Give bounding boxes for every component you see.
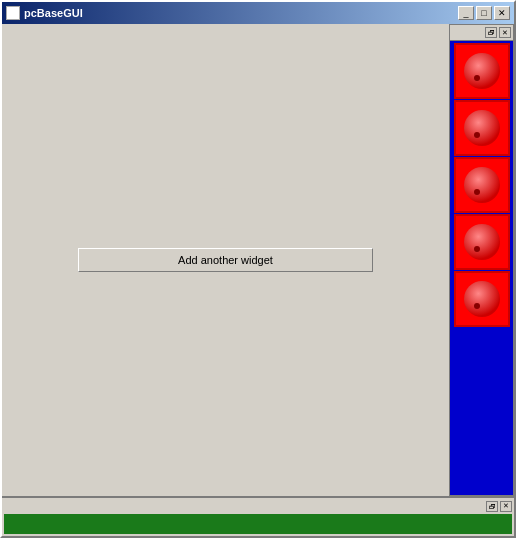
bottom-close-icon: ✕ [503,502,509,510]
widget-circle-2 [464,110,500,146]
minimize-button[interactable]: _ [458,6,474,20]
bottom-restore-button[interactable]: 🗗 [486,501,498,512]
app-icon [6,6,20,20]
widget-container [450,41,513,495]
bottom-close-button[interactable]: ✕ [500,501,512,512]
right-panel: 🗗 ✕ [449,24,514,496]
green-status-bar [4,514,512,534]
widget-circle-4 [464,224,500,260]
bottom-bar: 🗗 ✕ [2,496,514,536]
inner-close-icon: ✕ [502,29,508,37]
list-item[interactable] [454,157,510,213]
inner-close-button[interactable]: ✕ [499,27,511,38]
add-widget-button[interactable]: Add another widget [78,248,373,272]
widget-circle-1 [464,53,500,89]
bottom-restore-icon: 🗗 [489,503,496,510]
title-bar-left: pcBaseGUI [6,6,83,20]
inner-panel-titlebar: 🗗 ✕ [450,25,513,41]
inner-restore-button[interactable]: 🗗 [485,27,497,38]
bottom-bar-titlebar: 🗗 ✕ [2,498,514,514]
inner-restore-icon: 🗗 [488,29,495,36]
maximize-button[interactable]: □ [476,6,492,20]
widget-circle-3 [464,167,500,203]
title-buttons: _ □ ✕ [458,6,510,20]
list-item[interactable] [454,100,510,156]
window-title: pcBaseGUI [24,7,83,19]
left-panel: Add another widget [2,24,449,496]
close-button[interactable]: ✕ [494,6,510,20]
title-bar: pcBaseGUI _ □ ✕ [2,2,514,24]
main-window: pcBaseGUI _ □ ✕ Add another widget 🗗 ✕ [0,0,516,538]
main-area: Add another widget 🗗 ✕ [2,24,514,496]
widget-circle-5 [464,281,500,317]
window-content: Add another widget 🗗 ✕ [2,24,514,536]
list-item[interactable] [454,43,510,99]
list-item[interactable] [454,271,510,327]
list-item[interactable] [454,214,510,270]
